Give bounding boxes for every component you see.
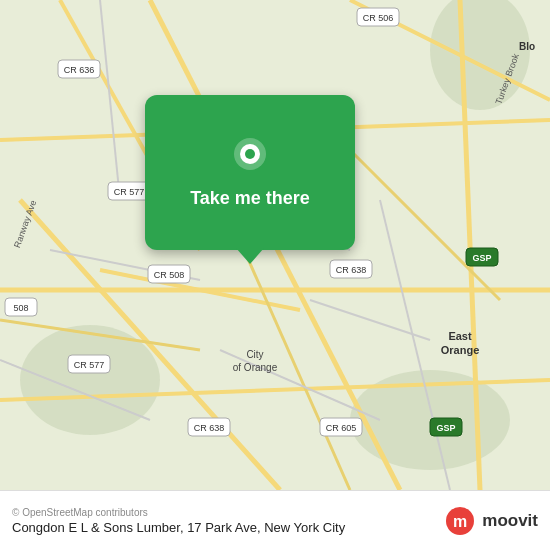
marker-popup[interactable]: Take me there [145, 95, 355, 250]
map-container: CR 506 CR 636 CR 577 CR 638 CR 508 GSP 5… [0, 0, 550, 490]
svg-text:CR 605: CR 605 [326, 423, 357, 433]
svg-text:of Orange: of Orange [233, 362, 278, 373]
take-me-there-button[interactable]: Take me there [190, 188, 310, 209]
moovit-icon: m [444, 505, 476, 537]
address-text: Congdon E L & Sons Lumber, 17 Park Ave, … [12, 520, 345, 535]
svg-point-54 [245, 149, 255, 159]
svg-text:CR 506: CR 506 [363, 13, 394, 23]
copyright-text: © OpenStreetMap contributors [12, 507, 345, 518]
svg-text:Orange: Orange [441, 344, 480, 356]
svg-text:CR 577: CR 577 [114, 187, 145, 197]
svg-text:508: 508 [13, 303, 28, 313]
svg-text:East: East [448, 330, 472, 342]
location-pin-icon [228, 136, 272, 180]
svg-text:CR 638: CR 638 [336, 265, 367, 275]
svg-text:m: m [453, 513, 467, 530]
svg-text:City: City [246, 349, 263, 360]
svg-text:Blo: Blo [519, 41, 535, 52]
svg-text:CR 638: CR 638 [194, 423, 225, 433]
svg-text:GSP: GSP [472, 253, 491, 263]
moovit-text: moovit [482, 511, 538, 531]
svg-text:CR 577: CR 577 [74, 360, 105, 370]
svg-text:CR 508: CR 508 [154, 270, 185, 280]
svg-text:GSP: GSP [436, 423, 455, 433]
bottom-info: © OpenStreetMap contributors Congdon E L… [12, 507, 345, 535]
bottom-bar: © OpenStreetMap contributors Congdon E L… [0, 490, 550, 550]
moovit-logo: m moovit [444, 505, 538, 537]
svg-text:CR 636: CR 636 [64, 65, 95, 75]
